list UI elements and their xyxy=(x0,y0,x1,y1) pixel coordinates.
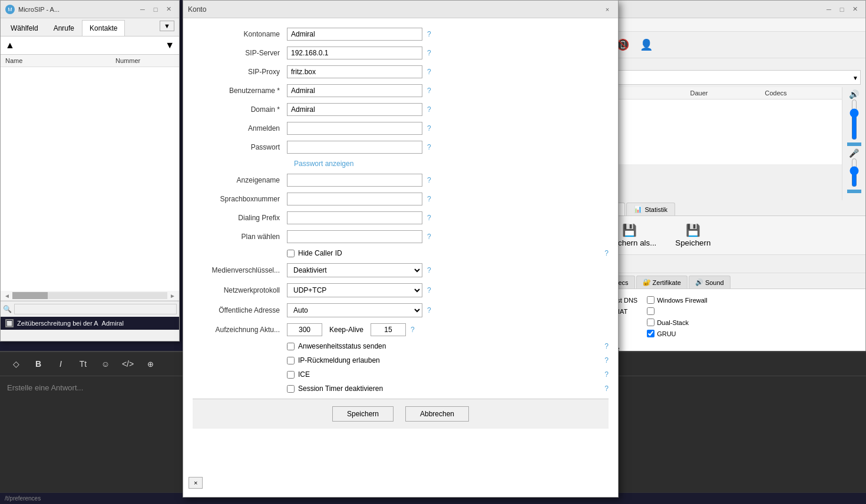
pl-cb-dual-stack[interactable]: Dual-Stack xyxy=(647,319,708,326)
anwesenheit-help[interactable]: ? xyxy=(604,342,609,350)
konto-speichern-button[interactable]: Speichern xyxy=(332,406,394,422)
pl-maximize-button[interactable]: □ xyxy=(836,4,848,15)
keepalive-input[interactable] xyxy=(371,323,406,336)
pl-checkbox-col2: Windows Firewall Dual-Stack GRUU xyxy=(647,296,708,337)
password-show-link[interactable]: Passwort anzeigen xyxy=(294,160,609,168)
ip-ruckmeldung-checkbox[interactable] xyxy=(287,357,295,364)
medienverschl-select[interactable]: Deaktiviert xyxy=(287,263,422,277)
pl-speichern-button[interactable]: 💾 Speichern xyxy=(670,221,715,250)
pl-cb-empty-input[interactable] xyxy=(647,307,655,315)
pl-cb-dual-stack-input[interactable] xyxy=(647,319,655,326)
konto-x-button[interactable]: × xyxy=(189,477,203,489)
anzeigename-input[interactable] xyxy=(287,174,422,187)
aufzeichnung-input[interactable] xyxy=(287,323,322,336)
session-timer-help[interactable]: ? xyxy=(604,384,609,393)
microsip-dropdown-button[interactable]: ▼ xyxy=(160,21,174,31)
microsip-status-text: Zeitüberschreitung bei der A xyxy=(17,320,98,327)
editor-bold-button[interactable]: B xyxy=(29,356,47,372)
offentliche-help[interactable]: ? xyxy=(427,306,431,314)
offentliche-select[interactable]: Auto xyxy=(287,303,422,317)
pl-subtab-sound[interactable]: 🔊 Sound xyxy=(689,276,731,289)
editor-mention-button[interactable]: ⊕ xyxy=(141,356,159,372)
microsip-search-input[interactable] xyxy=(14,304,177,314)
medienverschl-label: Medienverschlüssel... xyxy=(193,266,287,274)
sip-proxy-input[interactable] xyxy=(287,65,422,78)
session-timer-checkbox[interactable] xyxy=(287,385,295,393)
pl-subtab-sound-label: Sound xyxy=(705,279,724,286)
konto-close-button[interactable]: × xyxy=(601,4,613,15)
anzeigename-help[interactable]: ? xyxy=(427,176,431,184)
pl-cb-gruu-input[interactable] xyxy=(647,330,655,337)
editor-placeholder-text: Erstelle eine Antwort... xyxy=(7,383,83,392)
benutzername-help[interactable]: ? xyxy=(427,87,431,95)
sip-proxy-help[interactable]: ? xyxy=(427,68,431,76)
pl-mic-slider[interactable] xyxy=(848,158,860,187)
kontoname-input[interactable] xyxy=(287,28,422,41)
kontoname-help[interactable]: ? xyxy=(427,30,431,38)
sip-server-help[interactable]: ? xyxy=(427,49,431,57)
netzwerkprotokoll-select[interactable]: UDP+TCP xyxy=(287,283,422,297)
sip-server-input[interactable] xyxy=(287,47,422,59)
anmelden-help[interactable]: ? xyxy=(427,124,431,132)
konto-abbrechen-button[interactable]: Abbrechen xyxy=(405,406,469,422)
pl-minimize-button[interactable]: ─ xyxy=(823,4,835,15)
konto-button-bar: Speichern Abbrechen xyxy=(193,399,609,429)
microsip-status-bar[interactable]: ⬜ Zeitüberschreitung bei der A Admiral xyxy=(1,317,179,330)
pl-group-button[interactable]: 👤 xyxy=(636,34,657,55)
microsip-tab-anrufe[interactable]: Anrufe xyxy=(46,20,82,36)
pl-cb-gruu[interactable]: GRUU xyxy=(647,330,708,337)
microsip-scroll-down[interactable]: ▼ xyxy=(163,38,177,53)
microsip-status-user: Admiral xyxy=(102,320,124,327)
medienverschl-help[interactable]: ? xyxy=(427,266,431,274)
pl-cb-empty[interactable] xyxy=(647,307,708,315)
editor-emoji-button[interactable]: ☺ xyxy=(97,356,114,372)
dialing-prefix-input[interactable] xyxy=(287,211,422,224)
domain-help[interactable]: ? xyxy=(427,105,431,114)
editor-italic-button[interactable]: I xyxy=(52,356,70,372)
pl-dialfield-dropdown-icon[interactable]: ▼ xyxy=(852,74,858,81)
pl-volume-slider[interactable] xyxy=(848,99,860,140)
benutzername-input[interactable] xyxy=(287,84,422,97)
pl-vol-speaker-icon[interactable]: 🔊 xyxy=(849,89,859,99)
dialing-prefix-help[interactable]: ? xyxy=(427,214,431,222)
plan-wahlen-input[interactable] xyxy=(287,230,422,243)
microsip-scroll-bar-area[interactable]: ◄ ► xyxy=(1,291,179,301)
microsip-scrollbar[interactable] xyxy=(12,292,167,299)
pl-vol-mic-icon[interactable]: 🎤 xyxy=(849,148,859,158)
editor-eraser-button[interactable]: ◇ xyxy=(7,356,25,372)
microsip-maximize-button[interactable]: □ xyxy=(150,4,161,15)
hide-caller-id-checkbox[interactable] xyxy=(287,250,295,257)
hide-caller-id-help[interactable]: ? xyxy=(604,249,609,257)
microsip-tab-kontakte[interactable]: Kontakte xyxy=(82,20,125,36)
netzwerkprotokoll-help[interactable]: ? xyxy=(427,286,431,294)
pl-subtab-zertifikate[interactable]: 🔐 Zertifikate xyxy=(636,276,687,289)
sprachbox-help[interactable]: ? xyxy=(427,195,431,203)
anwesenheit-checkbox[interactable] xyxy=(287,343,295,350)
pl-cb-windows-fw[interactable]: Windows Firewall xyxy=(647,296,708,304)
passwort-input[interactable] xyxy=(287,141,422,154)
microsip-scrollbar-right[interactable]: ► xyxy=(170,293,176,299)
ip-ruckmeldung-help[interactable]: ? xyxy=(604,356,609,364)
microsip-minimize-button[interactable]: ─ xyxy=(137,4,148,15)
sprachbox-input[interactable] xyxy=(287,193,422,205)
aufzeichnung-help[interactable]: ? xyxy=(411,326,415,334)
plan-wahlen-help[interactable]: ? xyxy=(427,233,431,241)
pl-tab-statistik[interactable]: 📊 Statistik xyxy=(626,203,675,215)
ice-checkbox[interactable] xyxy=(287,371,295,379)
microsip-toolbar: ▲ ▼ xyxy=(1,37,179,55)
domain-input[interactable] xyxy=(287,103,422,116)
passwort-row: Passwort ? xyxy=(193,141,609,154)
microsip-contact-list[interactable] xyxy=(1,67,179,291)
microsip-close-button[interactable]: ✕ xyxy=(163,4,174,15)
ice-help[interactable]: ? xyxy=(604,370,609,379)
passwort-help[interactable]: ? xyxy=(427,143,431,151)
editor-code-button[interactable]: </> xyxy=(119,356,137,372)
microsip-scrollbar-left[interactable]: ◄ xyxy=(4,293,10,299)
pl-close-button[interactable]: ✕ xyxy=(849,4,861,15)
editor-text-size-button[interactable]: Tt xyxy=(74,356,92,372)
pl-cb-windows-fw-input[interactable] xyxy=(647,296,655,304)
microsip-tab-wahlfeld[interactable]: Wählfeld xyxy=(3,20,46,36)
microsip-col-number: Nummer xyxy=(115,57,174,64)
anmelden-input[interactable] xyxy=(287,122,422,135)
microsip-scroll-up[interactable]: ▲ xyxy=(3,38,17,53)
